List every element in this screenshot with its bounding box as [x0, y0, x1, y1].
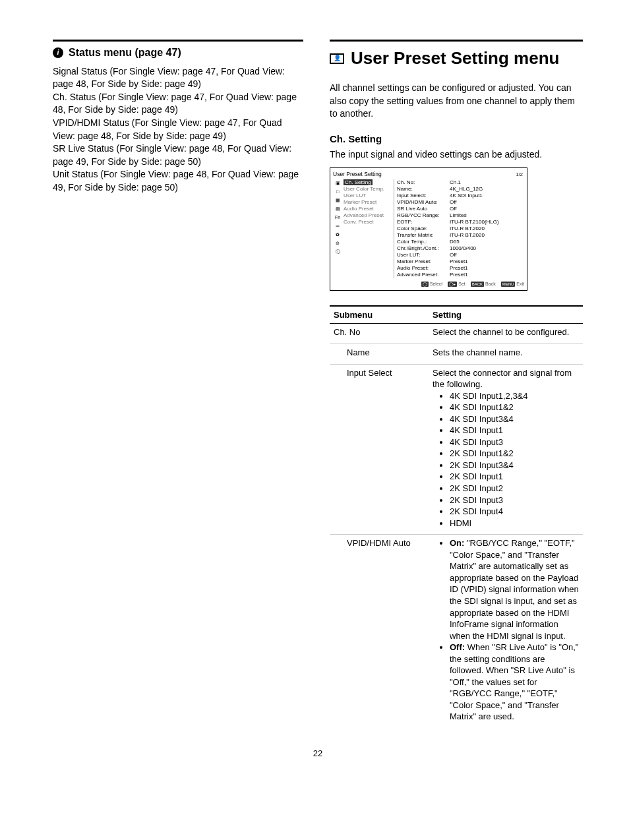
definition-item: On: "RGB/YCC Range," "EOTF," "Color Spac… — [450, 537, 579, 642]
osd-setting-row: SR Live AutoOff — [397, 206, 524, 212]
info-icon: i — [53, 47, 63, 58]
osd-title: User Preset Setting — [333, 171, 524, 178]
osd-menu-item: Conv. Preset — [344, 219, 394, 225]
osd-sidebar-icon: ▦ — [334, 196, 341, 203]
submenu-cell: Input Select — [330, 364, 429, 535]
osd-setting-row: Color Temp.:D65 — [397, 239, 524, 245]
osd-setting-row: Input Select:4K SDI Input1 — [397, 193, 524, 199]
osd-sidebar-icon: □ — [334, 188, 341, 195]
th-submenu: Submenu — [330, 306, 429, 324]
osd-page-indicator: 1/2 — [516, 171, 523, 178]
osd-setting-row: VPID/HDMI Auto:Off — [397, 199, 524, 206]
osd-setting-row: User LUT:Off — [397, 252, 524, 258]
osd-settings: 1/2 Ch. No:Ch.1Name:4K_HLG_12GInput Sele… — [394, 179, 524, 278]
osd-sidebar-icon: ▤ — [334, 205, 341, 212]
intro-text: All channel settings can be configured o… — [330, 82, 583, 121]
setting-cell: Sets the channel name. — [429, 344, 583, 365]
option-item: 2K SDI Input3&4 — [450, 460, 579, 471]
setting-cell: On: "RGB/YCC Range," "EOTF," "Color Spac… — [429, 535, 583, 728]
osd-footer-item: ◯ Select — [421, 281, 442, 287]
ch-setting-desc: The input signal and video settings can … — [330, 148, 583, 161]
osd-side-icons: ▣□▦▤Fn═✿⊘ⓘ — [333, 179, 342, 278]
osd-footer: ◯ Select◯▸ SetBACK BackMENU Exit — [333, 281, 524, 287]
option-item: 4K SDI Input1&2 — [450, 402, 579, 413]
submenu-cell: Ch. No — [330, 324, 429, 344]
osd-menu-item: Marker Preset — [344, 199, 394, 206]
preset-icon: 👤 — [330, 53, 344, 64]
status-menu-heading: Status menu (page 47) — [69, 45, 181, 60]
osd-footer-item: ◯▸ Set — [448, 281, 465, 287]
option-item: 2K SDI Input2 — [450, 483, 579, 495]
definition-item: Off: When "SR Live Auto" is "On," the se… — [450, 642, 579, 723]
setting-cell: Select the connector and signal from the… — [429, 364, 583, 535]
ch-setting-heading: Ch. Setting — [330, 133, 583, 146]
osd-setting-row: Transfer Matrix:ITU-R BT.2020 — [397, 232, 524, 239]
option-item: HDMI — [450, 518, 579, 529]
submenu-cell: VPID/HDMI Auto — [330, 535, 429, 728]
osd-menu-item: Audio Preset — [344, 206, 394, 212]
submenu-cell: Name — [330, 344, 429, 365]
status-menu-body: Signal Status (For Single View: page 47,… — [53, 65, 303, 195]
osd-menu: Ch. SettingUser Color Temp.User LUTMarke… — [342, 179, 394, 278]
osd-sidebar-icon: ▣ — [334, 179, 341, 186]
table-row: Ch. NoSelect the channel to be configure… — [330, 324, 583, 344]
option-item: 4K SDI Input3 — [450, 436, 579, 448]
option-item: 4K SDI Input1 — [450, 425, 579, 436]
osd-sidebar-icon: Fn — [334, 214, 341, 220]
osd-setting-row: Chr./Bright./Cont.:1000/0/400 — [397, 245, 524, 252]
osd-sidebar-icon: ⊘ — [334, 239, 341, 246]
osd-footer-item: MENU Exit — [501, 281, 524, 287]
main-title: User Preset Setting menu — [351, 47, 559, 70]
option-item: 4K SDI Input1,2,3&4 — [450, 390, 579, 402]
osd-setting-row: RGB/YCC Range:Limited — [397, 212, 524, 219]
table-row: Input SelectSelect the connector and sig… — [330, 364, 583, 535]
option-item: 2K SDI Input4 — [450, 506, 579, 518]
osd-setting-row: Ch. No:Ch.1 — [397, 179, 524, 186]
osd-setting-row: EOTF:ITU-R BT.2100(HLG) — [397, 219, 524, 225]
osd-menu-item: User Color Temp. — [344, 186, 394, 193]
osd-screenshot: User Preset Setting ▣□▦▤Fn═✿⊘ⓘ Ch. Setti… — [330, 167, 527, 291]
osd-sidebar-icon: ═ — [334, 222, 341, 229]
osd-setting-row: Advanced Preset:Preset1 — [397, 272, 524, 278]
osd-footer-item: BACK Back — [471, 281, 496, 287]
table-row: NameSets the channel name. — [330, 344, 583, 365]
osd-setting-row: Color Space:ITU-R BT.2020 — [397, 225, 524, 232]
osd-setting-row: Name:4K_HLG_12G — [397, 186, 524, 193]
option-item: 2K SDI Input1 — [450, 471, 579, 483]
osd-setting-row: Marker Preset:Preset1 — [397, 258, 524, 265]
option-item: 4K SDI Input3&4 — [450, 413, 579, 425]
option-item: 2K SDI Input3 — [450, 495, 579, 506]
th-setting: Setting — [429, 306, 583, 324]
osd-menu-item: Ch. Setting — [344, 179, 394, 186]
option-item: 2K SDI Input1&2 — [450, 448, 579, 460]
osd-menu-item: Advanced Preset — [344, 212, 394, 219]
osd-sidebar-icon: ✿ — [334, 231, 341, 237]
table-row: VPID/HDMI AutoOn: "RGB/YCC Range," "EOTF… — [330, 535, 583, 728]
page-number: 22 — [53, 748, 583, 760]
osd-sidebar-icon: ⓘ — [334, 248, 341, 255]
osd-menu-item: User LUT — [344, 193, 394, 199]
setting-cell: Select the channel to be configured. — [429, 324, 583, 344]
settings-table: Submenu Setting Ch. NoSelect the channel… — [330, 305, 583, 728]
osd-setting-row: Audio Preset:Preset1 — [397, 265, 524, 272]
